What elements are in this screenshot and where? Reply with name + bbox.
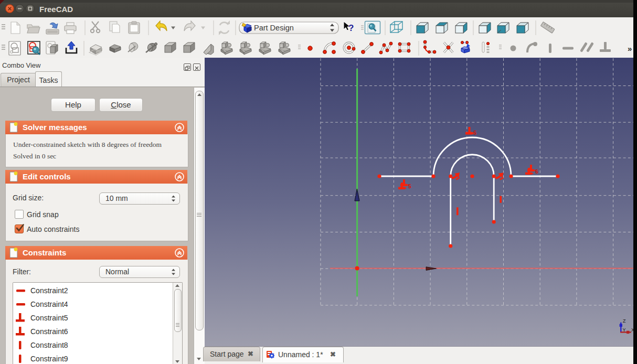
svg-text:»: »	[628, 44, 632, 53]
svg-text:5: 5	[474, 130, 477, 136]
svg-text:?: ?	[348, 23, 354, 33]
svg-text:6: 6	[535, 169, 538, 175]
svg-text:5: 5	[408, 184, 411, 189]
svg-text:Z: Z	[623, 318, 626, 324]
svg-text:Y: Y	[623, 327, 626, 333]
svg-text:Part Design: Part Design	[254, 24, 294, 32]
